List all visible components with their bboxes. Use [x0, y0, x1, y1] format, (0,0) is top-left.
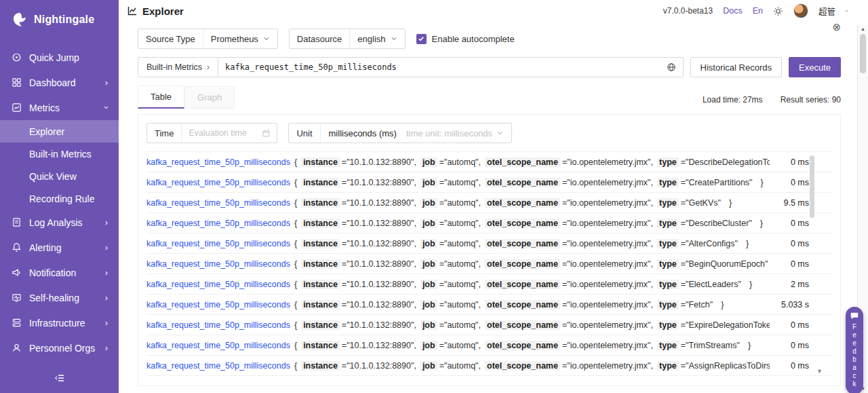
label-value: "Fetch" [686, 300, 713, 310]
label-value: "AlterConfigs" [686, 239, 738, 248]
table-scrollbar-thumb[interactable] [810, 155, 814, 218]
metric-name-link[interactable]: kafka_request_time_50p_milliseconds [146, 157, 290, 167]
series-value: 0 ms [770, 239, 832, 248]
calendar-icon[interactable] [262, 129, 277, 138]
label-key: job [420, 320, 437, 330]
label-value: "10.1.0.132:8890" [347, 341, 414, 350]
label-value: "10.1.0.132:8890" [347, 259, 414, 269]
table-row[interactable]: kafka_request_time_50p_milliseconds{inst… [146, 213, 832, 233]
language-toggle[interactable]: En [753, 6, 763, 16]
execute-button[interactable]: Execute [789, 57, 841, 77]
open-brace: { [294, 157, 297, 167]
metric-name-link[interactable]: kafka_request_time_50p_milliseconds [146, 219, 290, 228]
sidebar-item-self-healing[interactable]: Self-healing › [0, 285, 119, 310]
sidebar-item-label: Quick Jump [29, 52, 79, 63]
close-brace: } [721, 300, 724, 310]
datasource-select[interactable]: english [350, 34, 404, 44]
sidebar-item-quick-jump[interactable]: Quick Jump [0, 45, 119, 70]
label-pair-type: type="DescribeDelegationToken" [657, 157, 770, 167]
sidebar-item-notification[interactable]: Notification › [0, 260, 119, 285]
table-row[interactable]: kafka_request_time_50p_milliseconds{inst… [146, 315, 832, 335]
label-value: "10.1.0.132:8890" [347, 157, 414, 167]
sidebar-item-infrastructure[interactable]: Infrastructure › [0, 310, 119, 335]
table-row[interactable]: kafka_request_time_50p_milliseconds{inst… [146, 254, 832, 274]
theme-sun-icon[interactable] [773, 6, 783, 16]
table-scroll-down-icon[interactable]: ▼ [816, 368, 823, 375]
label-pair: otel_scope_name="io.opentelemetry.jmx", [485, 219, 653, 228]
table-row[interactable]: kafka_request_time_50p_milliseconds{inst… [146, 172, 832, 193]
table-row[interactable]: kafka_request_time_50p_milliseconds{inst… [146, 335, 832, 356]
table-row[interactable]: kafka_request_time_50p_milliseconds{inst… [146, 274, 832, 295]
series-value: 0 ms [770, 341, 832, 350]
time-unit-select[interactable]: time unit: milliseconds [403, 128, 511, 138]
globe-icon[interactable] [660, 62, 683, 72]
sidebar-menu: Quick Jump Dashboard › Metrics › Explore… [0, 45, 119, 360]
checkbox-checked-icon [416, 34, 427, 44]
historical-records-button[interactable]: Historical Records [690, 57, 782, 77]
sidebar-subitem-recording-rule[interactable]: Recording Rule [0, 187, 119, 210]
label-pair: instance="10.1.0.132:8890", [301, 320, 416, 330]
series-expression: kafka_request_time_50p_milliseconds{inst… [146, 198, 770, 208]
table-row[interactable]: kafka_request_time_50p_milliseconds{inst… [146, 233, 832, 254]
chevron-right-icon: › [105, 217, 108, 227]
series-value: 0 ms [770, 219, 832, 228]
feedback-widget[interactable]: Feedback [846, 307, 863, 393]
metric-name-link[interactable]: kafka_request_time_50p_milliseconds [146, 300, 290, 310]
brand-logo[interactable]: Nightingale [0, 0, 119, 38]
label-key: job [420, 341, 437, 350]
metric-name-link[interactable]: kafka_request_time_50p_milliseconds [146, 259, 290, 269]
series-value: 0 ms [770, 178, 832, 187]
label-value: "10.1.0.132:8890" [347, 178, 414, 187]
user-menu[interactable]: 超管 [818, 5, 835, 18]
sidebar-subitem-quick-view[interactable]: Quick View [0, 165, 119, 187]
label-key: otel_scope_name [485, 361, 560, 371]
label-key: type [657, 320, 679, 330]
sidebar-subitem-builtin-metrics[interactable]: Built-in Metrics [0, 143, 119, 165]
tab-graph[interactable]: Graph [184, 86, 235, 109]
sidebar-item-personnel-orgs[interactable]: Personnel Orgs › [0, 335, 119, 360]
metric-name-link[interactable]: kafka_request_time_50p_milliseconds [146, 239, 290, 248]
table-row[interactable]: kafka_request_time_50p_milliseconds{inst… [146, 152, 832, 172]
evaluation-time-input[interactable] [182, 128, 262, 138]
label-pair: otel_scope_name="io.opentelemetry.jmx", [485, 259, 653, 269]
user-avatar[interactable] [793, 3, 808, 18]
label-key: instance [301, 157, 340, 167]
promql-query-input[interactable] [218, 58, 660, 77]
collapse-sidebar-button[interactable] [0, 364, 119, 393]
label-value: "CreatePartitions" [686, 178, 753, 187]
metric-name-link[interactable]: kafka_request_time_50p_milliseconds [146, 361, 290, 371]
label-pair: job="automq", [420, 300, 481, 310]
tab-table[interactable]: Table [138, 86, 184, 109]
label-value: "AssignReplicasToDirs" [686, 361, 770, 371]
source-type-select[interactable]: Prometheus [203, 34, 277, 44]
metric-name-link[interactable]: kafka_request_time_50p_milliseconds [146, 320, 290, 330]
page-title: Explorer [142, 5, 184, 17]
sidebar-item-metrics[interactable]: Metrics › [0, 95, 119, 120]
label-value: "io.opentelemetry.jmx" [567, 219, 650, 228]
label-pair: instance="10.1.0.132:8890", [301, 157, 416, 167]
sidebar-subitem-explorer[interactable]: Explorer [0, 120, 119, 143]
quick-jump-icon [11, 52, 22, 62]
header-actions: v7.0.0-beta13 Docs En 超管 › [663, 3, 848, 18]
series-expression: kafka_request_time_50p_milliseconds{inst… [146, 239, 770, 248]
label-key: otel_scope_name [485, 157, 560, 167]
metric-name-link[interactable]: kafka_request_time_50p_milliseconds [146, 341, 290, 350]
table-row[interactable]: kafka_request_time_50p_milliseconds{inst… [146, 356, 832, 376]
builtin-metrics-button[interactable]: Built-in Metrics › [138, 58, 218, 77]
user-menu-caret-icon[interactable]: › [844, 10, 850, 12]
sidebar-item-dashboard[interactable]: Dashboard › [0, 70, 119, 95]
metric-name-link[interactable]: kafka_request_time_50p_milliseconds [146, 280, 290, 289]
scroll-up-icon[interactable]: ▲ [861, 26, 865, 31]
metric-name-link[interactable]: kafka_request_time_50p_milliseconds [146, 198, 290, 208]
close-query-panel-icon[interactable]: ⊗ [832, 22, 841, 32]
docs-link[interactable]: Docs [723, 6, 742, 16]
label-key: otel_scope_name [485, 198, 560, 208]
table-row[interactable]: kafka_request_time_50p_milliseconds{inst… [146, 193, 832, 213]
sidebar-item-log-analysis[interactable]: Log Analysis › [0, 210, 119, 235]
scrollbar-thumb[interactable] [860, 34, 866, 73]
metric-name-link[interactable]: kafka_request_time_50p_milliseconds [146, 178, 290, 187]
enable-autocomplete-checkbox[interactable]: Enable autocomplete [416, 34, 515, 44]
sidebar-item-alerting[interactable]: Alerting › [0, 235, 119, 260]
table-row[interactable]: kafka_request_time_50p_milliseconds{inst… [146, 295, 832, 315]
top-header: Explorer v7.0.0-beta13 Docs En 超管 › [119, 0, 857, 22]
